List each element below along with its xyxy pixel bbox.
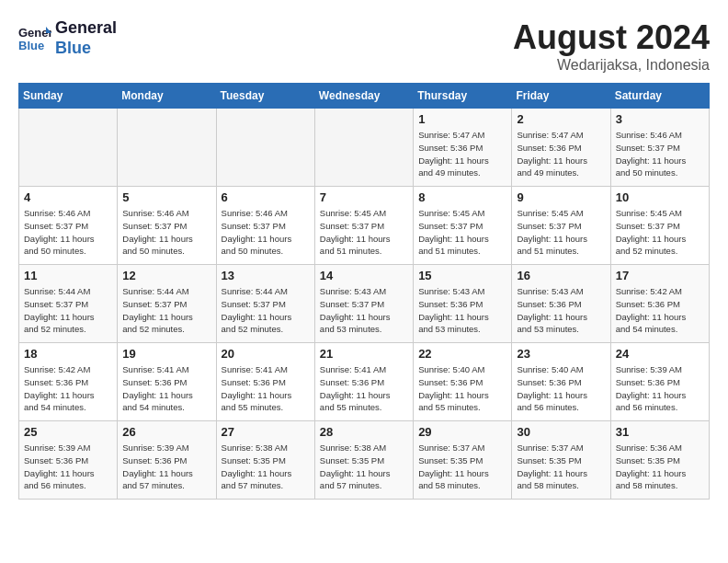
calendar-day-7: 7Sunrise: 5:45 AM Sunset: 5:37 PM Daylig… <box>314 187 413 265</box>
calendar-day-8: 8Sunrise: 5:45 AM Sunset: 5:37 PM Daylig… <box>414 187 512 265</box>
day-number: 21 <box>320 347 408 361</box>
calendar-day-21: 21Sunrise: 5:41 AM Sunset: 5:36 PM Dayli… <box>314 343 413 421</box>
day-number: 17 <box>616 269 704 282</box>
calendar-day-10: 10Sunrise: 5:45 AM Sunset: 5:37 PM Dayli… <box>610 187 709 265</box>
calendar-day-13: 13Sunrise: 5:44 AM Sunset: 5:37 PM Dayli… <box>216 265 314 343</box>
calendar-day-19: 19Sunrise: 5:41 AM Sunset: 5:36 PM Dayli… <box>118 343 216 421</box>
day-info: Sunrise: 5:39 AM Sunset: 5:36 PM Dayligh… <box>122 442 210 492</box>
day-number: 23 <box>517 347 605 361</box>
day-number: 7 <box>320 190 408 204</box>
day-number: 30 <box>517 425 605 439</box>
header-sunday: Sunday <box>19 84 118 109</box>
header-friday: Friday <box>512 84 610 109</box>
day-number: 9 <box>517 190 605 204</box>
calendar-week-row: 25Sunrise: 5:39 AM Sunset: 5:36 PM Dayli… <box>19 421 710 500</box>
calendar-day-17: 17Sunrise: 5:42 AM Sunset: 5:36 PM Dayli… <box>610 265 709 343</box>
calendar-day-30: 30Sunrise: 5:37 AM Sunset: 5:35 PM Dayli… <box>512 421 610 500</box>
title-block: August 2024 Wedarijaksa, Indonesia <box>513 18 710 74</box>
day-number: 31 <box>616 425 704 439</box>
page-header: General Blue General Blue August 2024 We… <box>18 18 710 74</box>
calendar-day-2: 2Sunrise: 5:47 AM Sunset: 5:36 PM Daylig… <box>512 109 610 187</box>
day-info: Sunrise: 5:45 AM Sunset: 5:37 PM Dayligh… <box>517 207 605 258</box>
logo: General Blue General Blue <box>18 18 117 58</box>
day-number: 20 <box>222 347 310 361</box>
day-number: 19 <box>122 347 210 361</box>
calendar-table: SundayMondayTuesdayWednesdayThursdayFrid… <box>18 83 710 500</box>
day-number: 25 <box>24 425 112 439</box>
calendar-day-4: 4Sunrise: 5:46 AM Sunset: 5:37 PM Daylig… <box>19 187 118 265</box>
calendar-day-28: 28Sunrise: 5:38 AM Sunset: 5:35 PM Dayli… <box>314 421 413 500</box>
calendar-empty-cell <box>314 109 413 187</box>
day-number: 2 <box>517 112 605 126</box>
calendar-day-12: 12Sunrise: 5:44 AM Sunset: 5:37 PM Dayli… <box>118 265 216 343</box>
day-number: 29 <box>418 425 506 439</box>
day-number: 8 <box>418 190 506 204</box>
day-number: 13 <box>222 269 310 282</box>
calendar-day-5: 5Sunrise: 5:46 AM Sunset: 5:37 PM Daylig… <box>118 187 216 265</box>
calendar-day-1: 1Sunrise: 5:47 AM Sunset: 5:36 PM Daylig… <box>414 109 512 187</box>
day-number: 10 <box>616 190 704 204</box>
calendar-day-3: 3Sunrise: 5:46 AM Sunset: 5:37 PM Daylig… <box>610 109 709 187</box>
calendar-day-25: 25Sunrise: 5:39 AM Sunset: 5:36 PM Dayli… <box>19 421 118 500</box>
day-number: 15 <box>418 269 506 282</box>
header-saturday: Saturday <box>610 84 709 109</box>
day-info: Sunrise: 5:41 AM Sunset: 5:36 PM Dayligh… <box>320 363 408 414</box>
day-number: 6 <box>222 190 310 204</box>
header-thursday: Thursday <box>414 84 512 109</box>
calendar-empty-cell <box>118 109 216 187</box>
day-info: Sunrise: 5:44 AM Sunset: 5:37 PM Dayligh… <box>24 285 112 336</box>
day-number: 11 <box>24 269 112 282</box>
day-info: Sunrise: 5:39 AM Sunset: 5:36 PM Dayligh… <box>24 442 112 492</box>
day-number: 18 <box>24 347 112 361</box>
day-info: Sunrise: 5:39 AM Sunset: 5:36 PM Dayligh… <box>616 363 704 414</box>
calendar-day-11: 11Sunrise: 5:44 AM Sunset: 5:37 PM Dayli… <box>19 265 118 343</box>
day-info: Sunrise: 5:45 AM Sunset: 5:37 PM Dayligh… <box>320 207 408 258</box>
day-info: Sunrise: 5:47 AM Sunset: 5:36 PM Dayligh… <box>418 129 506 179</box>
day-number: 4 <box>24 190 112 204</box>
day-info: Sunrise: 5:38 AM Sunset: 5:35 PM Dayligh… <box>320 442 408 492</box>
day-info: Sunrise: 5:36 AM Sunset: 5:35 PM Dayligh… <box>616 442 704 492</box>
day-info: Sunrise: 5:37 AM Sunset: 5:35 PM Dayligh… <box>418 442 506 492</box>
calendar-day-6: 6Sunrise: 5:46 AM Sunset: 5:37 PM Daylig… <box>216 187 314 265</box>
day-info: Sunrise: 5:42 AM Sunset: 5:36 PM Dayligh… <box>616 285 704 336</box>
location: Wedarijaksa, Indonesia <box>513 57 710 74</box>
day-number: 26 <box>122 425 210 439</box>
day-info: Sunrise: 5:44 AM Sunset: 5:37 PM Dayligh… <box>122 285 210 336</box>
day-number: 12 <box>122 269 210 282</box>
header-monday: Monday <box>118 84 216 109</box>
day-number: 24 <box>616 347 704 361</box>
day-info: Sunrise: 5:45 AM Sunset: 5:37 PM Dayligh… <box>418 207 506 258</box>
calendar-day-9: 9Sunrise: 5:45 AM Sunset: 5:37 PM Daylig… <box>512 187 610 265</box>
calendar-day-15: 15Sunrise: 5:43 AM Sunset: 5:36 PM Dayli… <box>414 265 512 343</box>
calendar-day-29: 29Sunrise: 5:37 AM Sunset: 5:35 PM Dayli… <box>414 421 512 500</box>
month-year: August 2024 <box>513 18 710 57</box>
day-number: 27 <box>222 425 310 439</box>
svg-text:Blue: Blue <box>18 39 44 52</box>
logo-blue: Blue <box>55 39 117 59</box>
day-info: Sunrise: 5:43 AM Sunset: 5:36 PM Dayligh… <box>418 285 506 336</box>
calendar-day-24: 24Sunrise: 5:39 AM Sunset: 5:36 PM Dayli… <box>610 343 709 421</box>
day-info: Sunrise: 5:44 AM Sunset: 5:37 PM Dayligh… <box>222 285 310 336</box>
calendar-day-16: 16Sunrise: 5:43 AM Sunset: 5:36 PM Dayli… <box>512 265 610 343</box>
day-info: Sunrise: 5:47 AM Sunset: 5:36 PM Dayligh… <box>517 129 605 179</box>
day-info: Sunrise: 5:43 AM Sunset: 5:36 PM Dayligh… <box>517 285 605 336</box>
header-wednesday: Wednesday <box>314 84 413 109</box>
day-number: 28 <box>320 425 408 439</box>
day-info: Sunrise: 5:41 AM Sunset: 5:36 PM Dayligh… <box>122 363 210 414</box>
day-info: Sunrise: 5:45 AM Sunset: 5:37 PM Dayligh… <box>616 207 704 258</box>
day-info: Sunrise: 5:42 AM Sunset: 5:36 PM Dayligh… <box>24 363 112 414</box>
calendar-day-14: 14Sunrise: 5:43 AM Sunset: 5:37 PM Dayli… <box>314 265 413 343</box>
calendar-day-23: 23Sunrise: 5:40 AM Sunset: 5:36 PM Dayli… <box>512 343 610 421</box>
calendar-day-26: 26Sunrise: 5:39 AM Sunset: 5:36 PM Dayli… <box>118 421 216 500</box>
day-number: 16 <box>517 269 605 282</box>
calendar-week-row: 18Sunrise: 5:42 AM Sunset: 5:36 PM Dayli… <box>19 343 710 421</box>
day-info: Sunrise: 5:41 AM Sunset: 5:36 PM Dayligh… <box>222 363 310 414</box>
logo-general: General <box>55 18 117 39</box>
calendar-day-22: 22Sunrise: 5:40 AM Sunset: 5:36 PM Dayli… <box>414 343 512 421</box>
calendar-day-20: 20Sunrise: 5:41 AM Sunset: 5:36 PM Dayli… <box>216 343 314 421</box>
calendar-day-27: 27Sunrise: 5:38 AM Sunset: 5:35 PM Dayli… <box>216 421 314 500</box>
day-info: Sunrise: 5:46 AM Sunset: 5:37 PM Dayligh… <box>616 129 704 179</box>
calendar-day-18: 18Sunrise: 5:42 AM Sunset: 5:36 PM Dayli… <box>19 343 118 421</box>
logo-icon: General Blue <box>18 22 51 55</box>
calendar-week-row: 4Sunrise: 5:46 AM Sunset: 5:37 PM Daylig… <box>19 187 710 265</box>
